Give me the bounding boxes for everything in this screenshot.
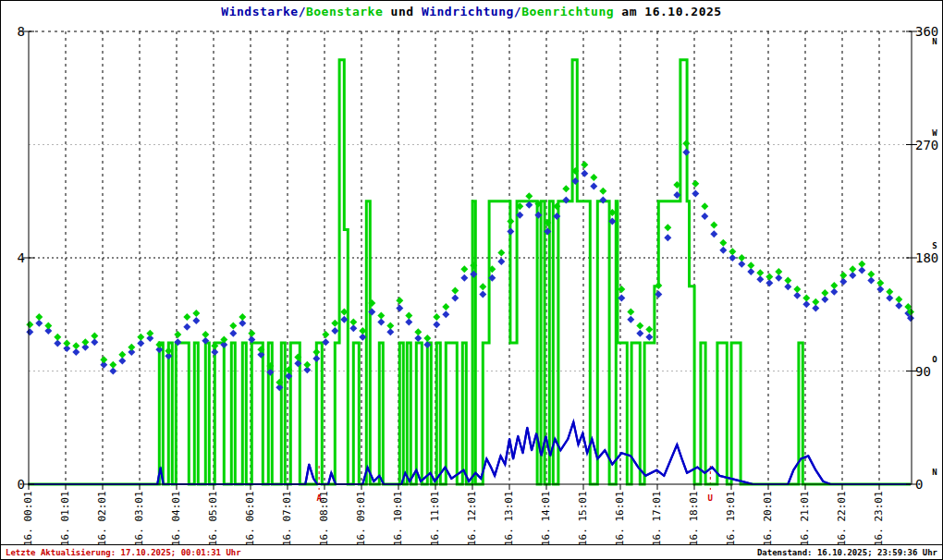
direction-point xyxy=(460,265,468,273)
direction-point xyxy=(405,312,412,320)
direction-point xyxy=(386,323,394,330)
direction-point xyxy=(331,320,338,327)
direction-point xyxy=(793,286,801,293)
direction-point xyxy=(118,351,126,359)
direction-point xyxy=(239,313,246,321)
footer-last-update: Letzte Aktualisierung: 17.10.2025; 00:01… xyxy=(6,548,241,557)
x-axis-label: 16. 16:01 xyxy=(615,489,626,546)
direction-point xyxy=(849,272,856,279)
x-axis-label: 16. 12:01 xyxy=(467,489,478,546)
x-axis-label: 16. 02:01 xyxy=(97,489,108,546)
direction-point xyxy=(91,332,98,339)
direction-point xyxy=(867,271,875,278)
direction-point xyxy=(396,297,403,304)
direction-point xyxy=(895,302,902,310)
direction-point xyxy=(738,261,745,268)
direction-point xyxy=(692,180,699,188)
direction-point xyxy=(886,295,893,302)
direction-point xyxy=(414,335,422,342)
sunset-marker-label: U xyxy=(708,493,713,503)
x-axis-label: 16. 10:01 xyxy=(393,489,404,546)
direction-point xyxy=(655,282,662,289)
direction-point xyxy=(479,283,486,290)
direction-point xyxy=(109,368,116,375)
compass-letter: O xyxy=(927,355,942,364)
direction-point xyxy=(525,192,533,200)
direction-point xyxy=(451,286,459,294)
direction-point xyxy=(497,250,505,257)
weather-chart-page: Windstarke/Boenstarke und Windrichtung/B… xyxy=(0,0,943,560)
direction-point xyxy=(414,328,422,335)
direction-point xyxy=(433,321,440,328)
direction-point xyxy=(830,288,838,296)
direction-point xyxy=(618,286,625,293)
direction-point xyxy=(682,149,690,156)
direction-point xyxy=(192,317,200,324)
x-axis-label: 16. 05:01 xyxy=(208,489,219,546)
direction-point xyxy=(229,323,237,330)
direction-point xyxy=(729,248,736,255)
direction-point xyxy=(886,288,893,296)
x-axis-label: 16. 19:01 xyxy=(726,489,737,546)
direction-point xyxy=(664,224,671,231)
compass-letter: W xyxy=(927,128,942,138)
x-axis-label: 16. 06:01 xyxy=(245,489,256,546)
direction-point xyxy=(710,230,717,237)
x-axis-label: 16. 01:01 xyxy=(60,489,71,546)
direction-point xyxy=(636,330,643,337)
direction-point xyxy=(72,348,80,356)
direction-point xyxy=(405,318,412,325)
direction-point xyxy=(858,267,865,274)
direction-point xyxy=(433,313,440,321)
direction-point xyxy=(821,289,828,297)
direction-point xyxy=(137,334,144,341)
direction-point xyxy=(239,320,246,327)
direction-point xyxy=(812,304,819,311)
direction-point xyxy=(812,298,819,306)
direction-point xyxy=(756,275,764,283)
direction-point xyxy=(128,344,135,351)
x-axis-label: 16. 15:01 xyxy=(578,489,589,546)
x-axis-label: 16. 21:01 xyxy=(800,489,811,546)
x-axis-label: 16. 14:01 xyxy=(541,489,552,546)
direction-point xyxy=(765,273,773,280)
compass-letter: N xyxy=(927,468,942,477)
direction-point xyxy=(802,295,810,302)
direction-point xyxy=(784,283,791,290)
direction-point xyxy=(100,356,107,363)
direction-point xyxy=(719,239,727,247)
direction-point xyxy=(507,218,514,225)
direction-point xyxy=(701,202,708,210)
direction-point xyxy=(581,170,588,177)
direction-point xyxy=(377,318,385,325)
direction-point xyxy=(312,355,320,362)
x-axis-label: 16. 23:01 xyxy=(874,489,885,546)
direction-point xyxy=(747,268,754,275)
direction-point xyxy=(701,213,708,220)
direction-point xyxy=(35,313,43,321)
direction-point xyxy=(507,227,514,235)
direction-point xyxy=(377,312,385,320)
direction-point xyxy=(802,300,810,308)
x-axis-label: 16. 17:01 xyxy=(652,489,663,546)
direction-point xyxy=(858,261,865,268)
direction-point xyxy=(442,310,449,318)
direction-point xyxy=(682,140,690,147)
direction-point xyxy=(876,279,884,286)
direction-point xyxy=(497,258,505,265)
direction-point xyxy=(765,279,773,286)
direction-point xyxy=(719,247,727,254)
direction-point xyxy=(26,328,33,335)
direction-point xyxy=(692,190,699,198)
direction-point xyxy=(645,334,653,341)
direction-point xyxy=(849,265,856,273)
direction-point xyxy=(91,338,98,346)
direction-point xyxy=(174,331,181,338)
direction-point xyxy=(460,274,468,282)
right-axis-label: 90 xyxy=(915,364,943,379)
direction-point xyxy=(821,296,828,303)
x-axis-label: 16. 07:01 xyxy=(282,489,293,546)
direction-point xyxy=(590,174,597,181)
direction-point xyxy=(581,161,588,168)
direction-point xyxy=(331,327,338,335)
